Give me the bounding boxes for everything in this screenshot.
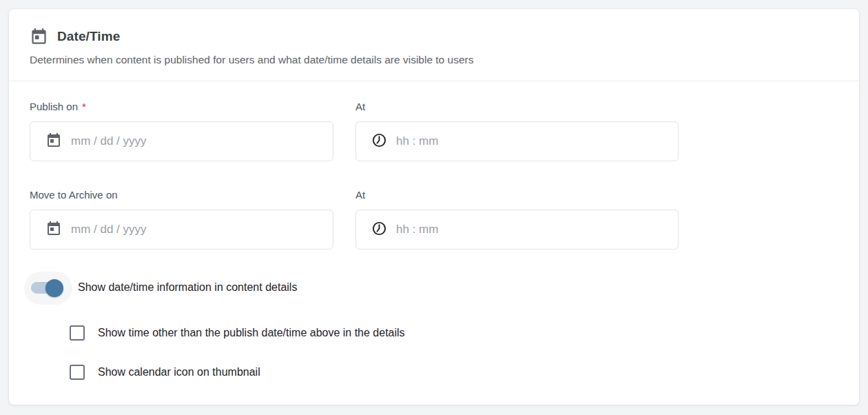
show-calendar-icon-label: Show calendar icon on thumbnail bbox=[98, 366, 260, 378]
archive-time-field[interactable] bbox=[355, 210, 679, 250]
archive-time-input[interactable] bbox=[396, 223, 668, 236]
publish-date-field[interactable] bbox=[30, 121, 333, 161]
archive-at-label: At bbox=[355, 188, 679, 203]
section-title: Date/Time bbox=[57, 29, 120, 44]
calendar-icon bbox=[30, 27, 48, 45]
publish-date-input[interactable] bbox=[71, 134, 323, 148]
archive-date-input[interactable] bbox=[71, 223, 323, 236]
publish-time-field[interactable] bbox=[355, 121, 679, 161]
clock-icon[interactable] bbox=[371, 221, 387, 239]
archive-date-field[interactable] bbox=[30, 210, 333, 250]
publish-at-label: At bbox=[355, 99, 679, 114]
card-header: Date/Time Determines when content is pub… bbox=[9, 9, 859, 66]
show-calendar-icon-checkbox[interactable] bbox=[70, 365, 85, 380]
clock-icon[interactable] bbox=[371, 132, 387, 151]
calendar-icon[interactable] bbox=[45, 132, 62, 151]
section-description: Determines when content is published for… bbox=[30, 54, 838, 66]
publish-on-label: Publish on* bbox=[30, 99, 333, 114]
publish-time-input[interactable] bbox=[396, 134, 668, 148]
show-datetime-info-toggle[interactable] bbox=[30, 274, 72, 301]
archive-on-label: Move to Archive on bbox=[30, 188, 333, 203]
show-datetime-info-label: Show date/time information in content de… bbox=[78, 281, 297, 294]
required-asterisk: * bbox=[82, 101, 86, 112]
card-body: Publish on* At bbox=[9, 81, 859, 380]
show-time-other-checkbox[interactable] bbox=[70, 325, 85, 341]
toggle-knob bbox=[45, 279, 63, 297]
show-time-other-label: Show time other than the publish date/ti… bbox=[98, 327, 405, 339]
calendar-icon[interactable] bbox=[45, 220, 62, 239]
date-time-settings-card: Date/Time Determines when content is pub… bbox=[8, 8, 860, 405]
